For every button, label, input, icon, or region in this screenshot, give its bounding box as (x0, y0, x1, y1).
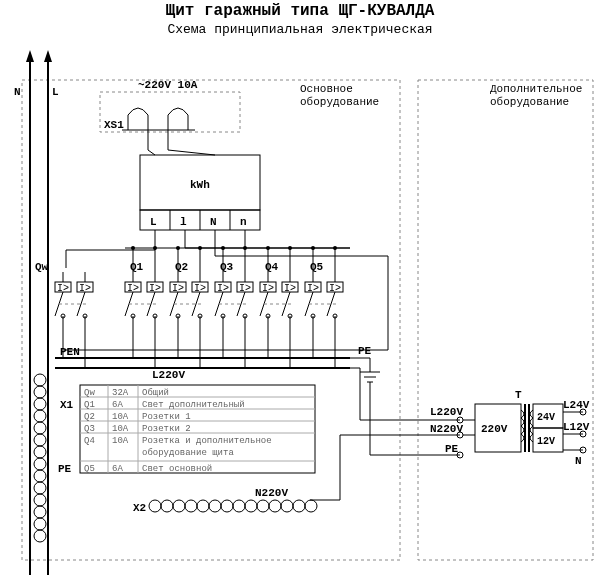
buses: PEN L220V (55, 330, 350, 381)
q3-label: Q3 (220, 261, 234, 273)
breaker-table: Qw32AОбщий Q16AСвет дополнительный Q210A… (80, 385, 315, 474)
svg-text:L24V: L24V (563, 399, 590, 411)
svg-text:Q1: Q1 (84, 400, 95, 410)
terminal-x1: X1 PE (34, 374, 74, 542)
svg-text:Розетки 1: Розетки 1 (142, 412, 191, 422)
svg-text:L220V: L220V (430, 406, 463, 418)
svg-text:10A: 10A (112, 412, 129, 422)
mains-l-label: L (52, 86, 59, 98)
svg-point-152 (34, 446, 46, 458)
svg-marker-2 (26, 50, 34, 62)
panel-main (22, 80, 400, 560)
meter-kwh-label: kWh (190, 179, 210, 191)
meter-term-n: n (240, 216, 247, 228)
svg-text:10A: 10A (112, 424, 129, 434)
svg-text:X1: X1 (60, 399, 74, 411)
svg-point-173 (281, 500, 293, 512)
meter-term-N: N (210, 216, 217, 228)
svg-text:N220V: N220V (430, 423, 463, 435)
terminal-x2: X2 N220V (133, 487, 317, 514)
panel-aux-label-1: Дополнительное (490, 83, 582, 95)
svg-point-166 (197, 500, 209, 512)
svg-text:Розетка и дополнительное: Розетка и дополнительное (142, 436, 272, 446)
q2-label: Q2 (175, 261, 188, 273)
svg-text:Свет дополнительный: Свет дополнительный (142, 400, 245, 410)
svg-text:Q5: Q5 (84, 464, 95, 474)
svg-point-172 (269, 500, 281, 512)
meter-term-l: l (180, 216, 187, 228)
svg-point-150 (34, 422, 46, 434)
q4-label: Q4 (265, 261, 279, 273)
svg-text:L12V: L12V (563, 421, 590, 433)
svg-point-171 (257, 500, 269, 512)
svg-text:PE: PE (58, 463, 72, 475)
svg-text:PE: PE (445, 443, 459, 455)
svg-point-165 (185, 500, 197, 512)
pe-label: PE (358, 345, 372, 357)
schematic-svg: Основное оборудование Дополнительное обо… (0, 0, 600, 575)
svg-point-146 (34, 374, 46, 386)
svg-text:Свет основной: Свет основной (142, 464, 212, 474)
svg-text:оборудование щита: оборудование щита (142, 448, 234, 458)
socket-rating: ~220V 10A (138, 79, 198, 91)
panel-main-label-2: оборудование (300, 96, 379, 108)
panel-aux-label-2: оборудование (490, 96, 569, 108)
socket-xs1: ~220V 10A XS1 (100, 79, 240, 150)
svg-point-147 (34, 386, 46, 398)
transformer: T 220V 24V 12V L24V L12V N (463, 389, 590, 467)
svg-text:220V: 220V (481, 423, 508, 435)
svg-point-162 (149, 500, 161, 512)
svg-text:N: N (575, 455, 582, 467)
meter-kwh: kWh L l N n (140, 150, 260, 250)
svg-text:Q4: Q4 (84, 436, 95, 446)
svg-line-13 (148, 150, 155, 155)
socket-ref: XS1 (104, 119, 124, 131)
mains-inlet: N L (14, 50, 59, 575)
svg-text:6A: 6A (112, 400, 123, 410)
pe-ground: PE (350, 345, 380, 382)
svg-point-164 (173, 500, 185, 512)
svg-point-148 (34, 398, 46, 410)
svg-point-170 (245, 500, 257, 512)
svg-text:T: T (515, 389, 522, 401)
svg-text:N220V: N220V (255, 487, 288, 499)
svg-point-153 (34, 458, 46, 470)
meter-term-L: L (150, 216, 157, 228)
svg-point-175 (305, 500, 317, 512)
svg-point-156 (34, 494, 46, 506)
bus-l220v-label: L220V (152, 369, 185, 381)
svg-text:Розетки 2: Розетки 2 (142, 424, 191, 434)
breaker-qw: I> I> (55, 272, 93, 330)
svg-point-163 (161, 500, 173, 512)
svg-point-169 (233, 500, 245, 512)
svg-text:Общий: Общий (142, 388, 169, 398)
svg-point-155 (34, 482, 46, 494)
svg-point-159 (34, 530, 46, 542)
svg-point-151 (34, 434, 46, 446)
svg-point-154 (34, 470, 46, 482)
svg-text:10A: 10A (112, 436, 129, 446)
svg-text:Q3: Q3 (84, 424, 95, 434)
svg-text:32A: 32A (112, 388, 129, 398)
q5-label: Q5 (310, 261, 324, 273)
svg-line-14 (168, 150, 215, 155)
svg-point-157 (34, 506, 46, 518)
svg-point-174 (293, 500, 305, 512)
svg-text:Qw: Qw (84, 388, 95, 398)
svg-point-168 (221, 500, 233, 512)
qw-label: Qw (35, 261, 49, 273)
svg-text:X2: X2 (133, 502, 146, 514)
breaker-row: Qw Q1 Q2 Q3 Q4 Q5 (35, 261, 324, 273)
svg-text:Q2: Q2 (84, 412, 95, 422)
svg-point-167 (209, 500, 221, 512)
to-transformer-wiring: L220V N220V PE (310, 368, 463, 500)
panel-main-label-1: Основное (300, 83, 353, 95)
panel-aux (418, 80, 593, 560)
breakers-q1-q5: I>I> I>I> I>I> I>I> I>I> (125, 272, 343, 330)
svg-point-149 (34, 410, 46, 422)
q1-label: Q1 (130, 261, 144, 273)
svg-text:6A: 6A (112, 464, 123, 474)
svg-text:12V: 12V (537, 436, 555, 447)
svg-point-158 (34, 518, 46, 530)
bus-risers (133, 248, 335, 272)
